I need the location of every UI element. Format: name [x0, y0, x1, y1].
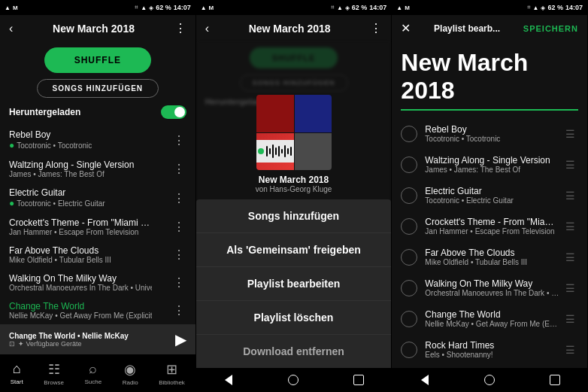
header-title-2: New March 2018 — [209, 23, 370, 35]
album-cell-4 — [295, 133, 332, 171]
android-recents-3[interactable] — [547, 372, 562, 387]
track-row[interactable]: Electric Guitar ●Tocotronic • Electric G… — [9, 183, 186, 213]
play-button-1[interactable]: ▶ — [175, 330, 186, 348]
status-left-2: ▲ M — [201, 5, 214, 11]
m-icon-3: M — [405, 5, 410, 11]
add-songs-button-1[interactable]: SONGS HINZUFÜGEN — [37, 79, 159, 98]
download-toggle-1[interactable] — [161, 105, 186, 119]
edit-header-title: Playlist bearb... — [434, 23, 500, 34]
more-icon-2[interactable]: ⋮ — [370, 21, 382, 35]
track-meta: Mike Oldfield • Tubular Bells III — [9, 256, 152, 264]
track-info: Far Above The Clouds Mike Oldfield • Tub… — [9, 245, 171, 264]
album-art — [256, 95, 332, 170]
track-minus-icon[interactable] — [401, 187, 417, 204]
track-info: Electric Guitar ●Tocotronic • Electric G… — [9, 187, 171, 208]
svg-rect-6 — [278, 146, 280, 156]
edit-track-row[interactable]: Waltzing Along - Single Version James • … — [392, 149, 587, 180]
track-more-icon[interactable]: ⋮ — [171, 246, 186, 263]
svg-rect-10 — [290, 147, 292, 156]
edit-track-name: Electric Guitar — [425, 186, 560, 196]
track-more-icon[interactable]: ⋮ — [171, 302, 186, 319]
edit-track-row[interactable]: Change The World Nellie McKay • Get Away… — [392, 303, 587, 334]
track-info: Waltzing Along - Single Version James • … — [9, 160, 171, 178]
track-more-icon[interactable]: ⋮ — [171, 160, 186, 178]
drag-handle[interactable]: ☰ — [562, 125, 578, 143]
nav-radio[interactable]: ◉ Radio — [123, 361, 138, 386]
track-row[interactable]: Crockett's Theme - From "Miami Vice II" … — [9, 213, 186, 241]
edit-track-row[interactable]: Walking On The Milky Way Orchestral Mano… — [392, 272, 587, 303]
nav-search[interactable]: ⌕ Suche — [84, 361, 102, 385]
track-more-icon[interactable]: ⋮ — [171, 218, 186, 236]
context-edit-playlist[interactable]: Playlist bearbeiten — [196, 267, 392, 301]
back-triangle-3 — [421, 375, 429, 385]
nav-radio-label: Radio — [123, 379, 138, 386]
battery-text-3: 62 % — [547, 4, 563, 11]
drag-handle[interactable]: ☰ — [562, 279, 578, 297]
track-row[interactable]: Walking On The Milky Way Orchestral Mano… — [9, 269, 186, 296]
track-row[interactable]: Waltzing Along - Single Version James • … — [9, 155, 186, 183]
android-back-3[interactable] — [417, 372, 432, 387]
svg-rect-7 — [281, 149, 283, 153]
edit-track-list: Rebel Boy Tocotronic • Tocotronic ☰ Walt… — [392, 118, 587, 368]
track-meta: ●Tocotronic • Electric Guitar — [9, 198, 152, 208]
track-more-icon[interactable]: ⋮ — [171, 274, 186, 291]
drag-handle[interactable]: ☰ — [562, 156, 578, 174]
android-home-2[interactable] — [286, 372, 301, 387]
status-left-1: ▲ M — [5, 5, 18, 11]
nav-library[interactable]: ⊞ Bibliothek — [159, 361, 185, 386]
track-more-icon[interactable]: ⋮ — [171, 132, 186, 149]
edit-track-row[interactable]: Rebel Boy Tocotronic • Tocotronic ☰ — [392, 118, 587, 149]
title-divider — [401, 109, 578, 111]
drag-handle[interactable]: ☰ — [562, 310, 578, 328]
drag-handle[interactable]: ☰ — [562, 248, 578, 266]
track-minus-icon[interactable] — [401, 311, 417, 327]
android-home-3[interactable] — [482, 372, 497, 387]
track-more-icon[interactable]: ⋮ — [171, 190, 186, 207]
context-share[interactable]: Als 'Gemeinsam' freigeben — [196, 233, 392, 267]
edit-track-info: Walking On The Milky Way Orchestral Mano… — [425, 278, 562, 297]
context-delete-playlist[interactable]: Playlist löschen — [196, 301, 392, 335]
edit-track-row[interactable]: Rock Hard Times Eels • Shootenanny! ☰ — [392, 334, 587, 365]
status-bar-3: ▲ M ⌗ ▲ ◈ 62 % 14:07 — [392, 0, 587, 15]
shuffle-button-1[interactable]: SHUFFLE — [44, 47, 151, 73]
header-2: ‹ New March 2018 ⋮ — [196, 15, 392, 41]
signal-icon-1: ▲ — [141, 5, 147, 11]
android-recents-2[interactable] — [351, 372, 366, 387]
track-row[interactable]: Rebel Boy ●Tocotronic • Tocotronic ⋮ — [9, 125, 186, 155]
context-add-songs[interactable]: Songs hinzufügen — [196, 199, 392, 233]
edit-track-meta: Eels • Shootenanny! — [425, 351, 560, 359]
drag-handle[interactable]: ☰ — [562, 187, 578, 205]
edit-track-info: Rebel Boy Tocotronic • Tocotronic — [425, 124, 562, 143]
track-info: Rebel Boy ●Tocotronic • Tocotronic — [9, 129, 171, 150]
edit-track-row[interactable]: Crockett's Theme - From "Miami Vice II..… — [392, 211, 587, 242]
edit-track-row[interactable]: Electric Guitar Tocotronic • Electric Gu… — [392, 180, 587, 211]
edit-track-info: Waltzing Along - Single Version James • … — [425, 155, 562, 174]
track-minus-icon[interactable] — [401, 126, 417, 142]
nav-browse[interactable]: ☷ Browse — [44, 361, 64, 386]
edit-playlist-title[interactable]: New March 2018 — [392, 41, 587, 109]
nav-start[interactable]: ⌂ Start — [11, 361, 23, 385]
devices-icon: ⊡ — [9, 340, 15, 348]
recents-square-2 — [353, 375, 364, 385]
track-minus-icon[interactable] — [401, 156, 417, 173]
edit-track-meta: Mike Oldfield • Tubular Bells III — [425, 258, 560, 266]
more-icon-1[interactable]: ⋮ — [174, 21, 186, 35]
save-button-3[interactable]: SPEICHERN — [523, 24, 578, 33]
track-minus-icon[interactable] — [401, 342, 417, 358]
edit-track-row[interactable]: Far Above The Clouds Mike Oldfield • Tub… — [392, 242, 587, 272]
android-back-2[interactable] — [221, 372, 236, 387]
close-icon-3[interactable]: ✕ — [401, 21, 411, 35]
devices-text: ✦ Verfügbare Geräte — [18, 340, 82, 348]
track-minus-icon[interactable] — [401, 280, 417, 296]
drag-handle[interactable]: ☰ — [562, 217, 578, 236]
svg-rect-4 — [272, 144, 274, 158]
track-row[interactable]: Change The World Nellie McKay • Get Away… — [9, 296, 186, 324]
track-minus-icon[interactable] — [401, 249, 417, 266]
edit-track-meta: Orchestral Manoeuvres In The Dark • Univ… — [425, 289, 560, 297]
drag-handle[interactable]: ☰ — [562, 341, 578, 359]
back-triangle-2 — [225, 375, 232, 385]
context-remove-download[interactable]: Download entfernen — [196, 335, 392, 368]
track-minus-icon[interactable] — [401, 218, 417, 235]
track-row[interactable]: Far Above The Clouds Mike Oldfield • Tub… — [9, 241, 186, 269]
nav-library-label: Bibliothek — [159, 379, 185, 386]
